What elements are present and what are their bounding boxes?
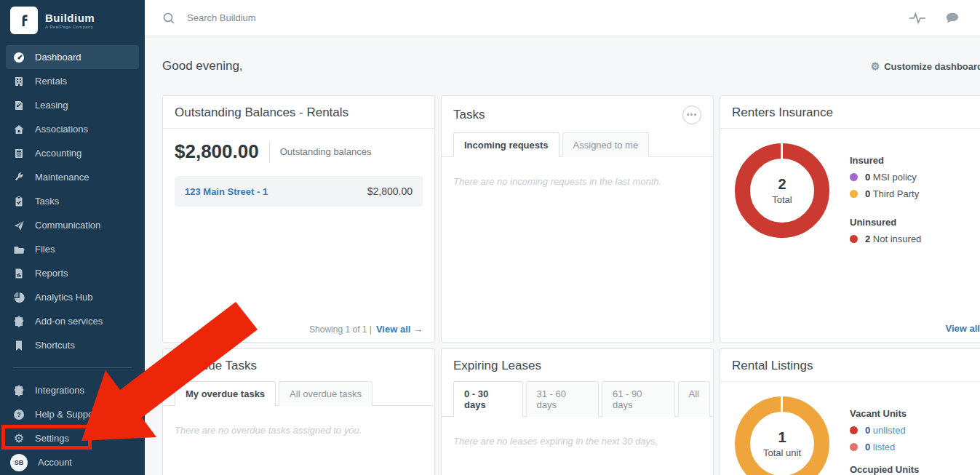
sidebar-item-communication[interactable]: Communication: [6, 213, 139, 237]
sidebar-item-accounting[interactable]: Accounting: [6, 141, 139, 165]
sidebar-divider: [13, 367, 132, 368]
outstanding-amount: $2,800.00: [175, 140, 259, 163]
sidebar-nav: Dashboard Rentals Leasing Associations A…: [0, 41, 145, 474]
card-tasks: Tasks ••• Incoming requests Assigned to …: [441, 95, 714, 343]
sidebar-item-label: Rentals: [35, 76, 67, 87]
sidebar-item-label: Shortcuts: [35, 340, 75, 351]
empty-state-text: There are no incoming requests in the la…: [442, 157, 713, 206]
brand-tagline: A RealPage Company: [45, 25, 95, 29]
chat-bubble-icon[interactable]: [945, 12, 960, 25]
sidebar-item-addon-services[interactable]: Add-on services: [6, 309, 139, 333]
view-all-link[interactable]: View all →: [376, 324, 423, 335]
wrench-icon: [13, 172, 25, 183]
expiring-tabs: 0 - 30 days 31 - 60 days 61 - 90 days Al…: [442, 380, 713, 417]
sidebar-item-maintenance[interactable]: Maintenance: [6, 165, 139, 189]
sidebar-item-rentals[interactable]: Rentals: [6, 69, 139, 93]
sidebar-item-label: Account: [38, 457, 72, 468]
paper-plane-icon: [13, 220, 25, 231]
tab-my-overdue-tasks[interactable]: My overdue tasks: [175, 381, 276, 406]
topbar-icons: [909, 12, 960, 25]
card-overdue-tasks: Overdue Tasks My overdue tasks All overd…: [162, 348, 435, 475]
buildium-dashboard-app: Buildium A RealPage Company Dashboard Re…: [0, 0, 980, 475]
legend-group-header: Occupied Units: [850, 464, 919, 475]
lease-signing-icon: [13, 100, 25, 111]
card-title: Overdue Tasks: [175, 359, 257, 373]
puzzle-icon: [13, 316, 25, 327]
tab-61-90-days[interactable]: 61 - 90 days: [602, 381, 675, 417]
sidebar-item-reports[interactable]: Reports: [6, 261, 139, 285]
purple-dot-icon: [850, 173, 858, 181]
folder-icon: [13, 244, 25, 255]
renters-insurance-legend: Insured 0 MSI policy 0 Third Party Unins…: [850, 143, 921, 250]
empty-state-text: There are no overdue tasks assigned to y…: [163, 406, 434, 455]
calculator-icon: [13, 148, 25, 159]
outstanding-amount-label: Outstanding balances: [280, 146, 372, 157]
tab-incoming-requests[interactable]: Incoming requests: [453, 132, 559, 157]
sidebar-item-label: Leasing: [35, 100, 68, 111]
sidebar-item-files[interactable]: Files: [6, 237, 139, 261]
question-circle-icon: ?: [13, 409, 25, 420]
report-doc-icon: [13, 268, 25, 279]
sidebar-item-account[interactable]: SB Account: [6, 450, 139, 474]
card-title: Expiring Leases: [453, 359, 541, 373]
sidebar-item-associations[interactable]: Associations: [6, 117, 139, 141]
card-rental-listings: Rental Listings 1 Total unit Vacant Unit…: [720, 348, 980, 475]
sidebar-item-label: Integrations: [35, 385, 84, 396]
search-input[interactable]: [187, 12, 478, 23]
main-content: Good evening, ⚙ Customize dashboard Outs…: [145, 37, 980, 475]
empty-state-text: There are no leases expiring in the next…: [442, 417, 713, 466]
light-red-dot-icon: [850, 443, 858, 451]
sidebar-item-label: Associations: [35, 124, 88, 135]
activity-pulse-icon[interactable]: [909, 12, 926, 25]
gear-icon: ⚙: [13, 433, 25, 444]
legend-item-vacant-unlisted: 0 unlisted: [850, 425, 919, 436]
sidebar-item-label: Reports: [35, 268, 68, 279]
amber-dot-icon: [850, 190, 858, 198]
legend-group-header: Vacant Units: [850, 408, 919, 419]
sidebar-item-settings[interactable]: ⚙ Settings: [6, 426, 139, 450]
sidebar-item-label: Add-on services: [35, 316, 103, 327]
sidebar-item-shortcuts[interactable]: Shortcuts: [6, 333, 139, 357]
sidebar-item-label: Maintenance: [35, 172, 89, 183]
legend-item-not-insured: 2 Not insured: [850, 233, 921, 244]
sidebar-item-integrations[interactable]: Integrations: [6, 378, 139, 402]
renters-insurance-donut-chart: 2 Total: [735, 143, 829, 238]
table-row: 123 Main Street - 1 $2,800.00: [175, 176, 423, 207]
brand-logo[interactable]: Buildium A RealPage Company: [0, 0, 145, 41]
bookmark-icon: [13, 340, 25, 351]
customize-dashboard-button[interactable]: ⚙ Customize dashboard: [871, 61, 980, 72]
legend-item-vacant-listed: 0 listed: [850, 442, 919, 452]
view-all-link[interactable]: View all: [946, 323, 980, 334]
sidebar-item-dashboard[interactable]: Dashboard: [6, 45, 139, 69]
building-icon: [13, 76, 25, 87]
donut-total-label: Total unit: [763, 447, 801, 458]
tab-assigned-to-me[interactable]: Assigned to me: [562, 132, 650, 157]
sidebar-item-help-support[interactable]: ? Help & Support: [6, 402, 139, 426]
sidebar: Buildium A RealPage Company Dashboard Re…: [0, 0, 145, 475]
tab-0-30-days[interactable]: 0 - 30 days: [453, 381, 523, 417]
gear-icon: ⚙: [871, 61, 880, 71]
brand-name: Buildium: [45, 12, 95, 24]
tasks-tabs: Incoming requests Assigned to me: [442, 132, 713, 157]
card-expiring-leases: Expiring Leases 0 - 30 days 31 - 60 days…: [441, 348, 714, 475]
sidebar-item-tasks[interactable]: Tasks: [6, 189, 139, 213]
tab-all[interactable]: All: [678, 381, 710, 417]
sidebar-item-label: Analytics Hub: [35, 292, 92, 303]
greeting-text: Good evening,: [162, 59, 243, 73]
sidebar-item-leasing[interactable]: Leasing: [6, 93, 139, 117]
legend-item-third-party: 0 Third Party: [850, 188, 921, 199]
tab-all-overdue-tasks[interactable]: All overdue tasks: [279, 381, 373, 406]
pie-chart-icon: [13, 292, 25, 303]
red-dot-icon: [850, 426, 858, 434]
legend-group-header: Uninsured: [850, 217, 921, 228]
sidebar-item-label: Accounting: [35, 148, 81, 159]
speedometer-icon: [13, 52, 25, 63]
legend-group-header: Insured: [850, 155, 921, 166]
global-search: [162, 12, 909, 25]
ellipsis-circle-icon[interactable]: •••: [682, 105, 701, 124]
sidebar-item-label: Help & Support: [35, 409, 99, 420]
tab-31-60-days[interactable]: 31 - 60 days: [526, 381, 599, 417]
overdue-tabs: My overdue tasks All overdue tasks: [163, 380, 434, 406]
property-link[interactable]: 123 Main Street - 1: [185, 186, 268, 197]
sidebar-item-analytics-hub[interactable]: Analytics Hub: [6, 285, 139, 309]
